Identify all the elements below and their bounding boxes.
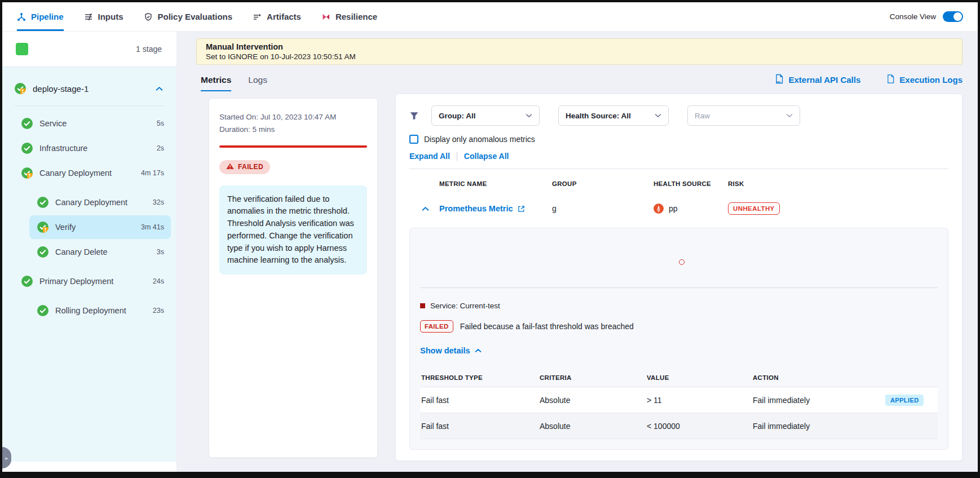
- filter-funnel-icon: [409, 111, 419, 121]
- sidebar-step-canary-delete[interactable]: Canary Delete 3s: [29, 240, 171, 264]
- metric-name-label: Prometheus Metric: [439, 204, 513, 213]
- verification-message: The verification failed due to anomalies…: [219, 185, 367, 275]
- dropdown-placeholder: Raw: [695, 112, 710, 120]
- chevron-down-icon: [655, 113, 661, 118]
- raw-filter-dropdown[interactable]: Raw: [687, 105, 800, 126]
- failed-outline-badge: FAILED: [420, 320, 453, 333]
- collapse-all-link[interactable]: Collapse All: [464, 152, 509, 161]
- step-duration: 2s: [157, 144, 164, 152]
- metric-group-value: g: [552, 204, 654, 213]
- status-success-icon: [37, 305, 48, 316]
- legend-label: Service: Current-test: [430, 302, 500, 310]
- screenshot-frame: Pipeline Inputs Policy Evaluations Artif…: [0, 0, 980, 478]
- applied-badge: APPLIED: [885, 395, 924, 406]
- metric-chart: [420, 228, 938, 288]
- col-value: VALUE: [647, 374, 753, 381]
- artifacts-icon: [253, 12, 262, 21]
- step-label: Service: [39, 119, 157, 128]
- step-duration: 23s: [153, 307, 164, 315]
- nav-tabs: Pipeline Inputs Policy Evaluations Artif…: [17, 2, 398, 31]
- threshold-criteria: Absolute: [540, 396, 647, 405]
- stage-header-deploy-stage-1[interactable]: deploy-stage-1: [2, 79, 176, 105]
- group-filter-dropdown[interactable]: Group: All: [431, 105, 540, 126]
- stage-status-square: [16, 43, 28, 55]
- risk-badge-unhealthy: UNHEALTHY: [728, 202, 780, 215]
- shield-check-icon: [144, 12, 153, 21]
- sidebar-step-verify[interactable]: Verify 3m 41s: [29, 215, 171, 239]
- collapse-row-chevron[interactable]: [422, 203, 429, 214]
- tab-logs[interactable]: Logs: [248, 75, 267, 91]
- status-warning-icon: [21, 167, 33, 179]
- top-navigation: Pipeline Inputs Policy Evaluations Artif…: [2, 2, 978, 32]
- sidebar-step-rolling-deployment[interactable]: Rolling Deployment 23s: [29, 299, 171, 322]
- tab-inputs[interactable]: Inputs: [84, 2, 123, 31]
- sidebar-step-canary-deployment-group[interactable]: Canary Deployment 4m 17s: [14, 161, 171, 185]
- expand-all-link[interactable]: Expand All: [409, 152, 450, 161]
- divider: [457, 152, 457, 161]
- tab-label: Pipeline: [31, 12, 64, 21]
- step-duration: 3m 41s: [141, 223, 164, 231]
- tab-pipeline[interactable]: Pipeline: [17, 2, 64, 31]
- pipeline-icon: [17, 12, 26, 21]
- manual-intervention-banner: Manual Intervention Set to IGNORE on 10-…: [196, 38, 963, 65]
- threshold-table-header: THRESHOLD TYPE CRITERIA VALUE ACTION: [420, 368, 938, 387]
- metrics-table-header: METRIC NAME GROUP HEALTH SOURCE RISK: [409, 180, 948, 187]
- stage-tree: deploy-stage-1 Service 5s Infrastructure…: [2, 67, 176, 462]
- metric-health-source: pp: [654, 203, 728, 214]
- metric-row-prometheus: Prometheus Metric g pp UNHEALTHY: [409, 196, 948, 221]
- metrics-card: Group: All Health Source: All Raw: [395, 94, 963, 461]
- fail-reason-text: Failed because a fail-fast threshold was…: [460, 322, 634, 331]
- external-api-calls-link[interactable]: API External API Calls: [775, 74, 860, 86]
- status-success-icon: [37, 246, 48, 258]
- step-label: Canary Deployment: [39, 169, 141, 178]
- step-label: Canary Deployment: [55, 198, 153, 207]
- threshold-type: Fail fast: [421, 422, 540, 431]
- health-source-label: pp: [669, 204, 678, 213]
- sidebar-step-canary-deployment[interactable]: Canary Deployment 32s: [29, 191, 171, 214]
- show-details-label: Show details: [420, 346, 470, 355]
- document-icon: [886, 74, 895, 86]
- banner-title: Manual Intervention: [206, 42, 953, 51]
- execution-logs-link[interactable]: Execution Logs: [886, 74, 963, 86]
- chart-data-point[interactable]: [679, 259, 685, 265]
- health-source-filter-dropdown[interactable]: Health Source: All: [558, 105, 669, 126]
- fail-reason-row: FAILED Failed because a fail-fast thresh…: [420, 320, 938, 333]
- step-label: Verify: [55, 223, 141, 232]
- threshold-criteria: Absolute: [540, 422, 647, 431]
- console-view-label: Console View: [890, 12, 936, 21]
- sidebar-step-infrastructure[interactable]: Infrastructure 2s: [14, 136, 171, 160]
- checkbox-label: Display only anomalous metrics: [424, 135, 535, 144]
- status-success-icon: [21, 276, 33, 287]
- chevron-up-icon[interactable]: [156, 83, 163, 94]
- show-details-link[interactable]: Show details: [420, 346, 482, 355]
- tab-artifacts[interactable]: Artifacts: [253, 2, 301, 31]
- chart-legend: Service: Current-test: [420, 302, 938, 310]
- step-label: Rolling Deployment: [55, 306, 153, 315]
- tab-resilience[interactable]: Resilience: [321, 2, 377, 31]
- tab-label: Policy Evaluations: [158, 12, 233, 21]
- metric-name-link[interactable]: Prometheus Metric: [439, 204, 552, 213]
- triangle-right-icon: ▸: [5, 455, 8, 461]
- anomalous-checkbox[interactable]: [409, 135, 418, 144]
- tab-label: Inputs: [98, 12, 123, 21]
- metric-expanded-panel: Service: Current-test FAILED Failed beca…: [409, 228, 948, 450]
- step-duration: 32s: [153, 198, 164, 206]
- tab-policy-evaluations[interactable]: Policy Evaluations: [144, 2, 233, 31]
- tab-metrics[interactable]: Metrics: [201, 75, 231, 91]
- step-label: Canary Delete: [55, 247, 157, 256]
- resilience-icon: [321, 12, 330, 21]
- execution-sidebar: 1 stage deploy-stage-1 Service 5s: [2, 32, 177, 472]
- threshold-value: > 11: [647, 396, 753, 405]
- link-label: Execution Logs: [899, 75, 963, 85]
- col-risk: RISK: [728, 180, 948, 187]
- sidebar-step-primary-deployment[interactable]: Primary Deployment 24s: [14, 269, 171, 293]
- console-view-control: Console View: [890, 2, 963, 31]
- sidebar-step-service[interactable]: Service 5s: [14, 112, 171, 135]
- threshold-row: Fail fast Absolute > 11 Fail immediately…: [420, 387, 938, 413]
- step-duration: 4m 17s: [141, 169, 164, 177]
- console-view-toggle[interactable]: [943, 11, 963, 22]
- failed-label: FAILED: [238, 163, 263, 171]
- step-duration: 5s: [157, 119, 164, 127]
- divider: [409, 169, 948, 169]
- started-on: Started On: Jul 10, 2023 10:47 AM: [219, 111, 367, 123]
